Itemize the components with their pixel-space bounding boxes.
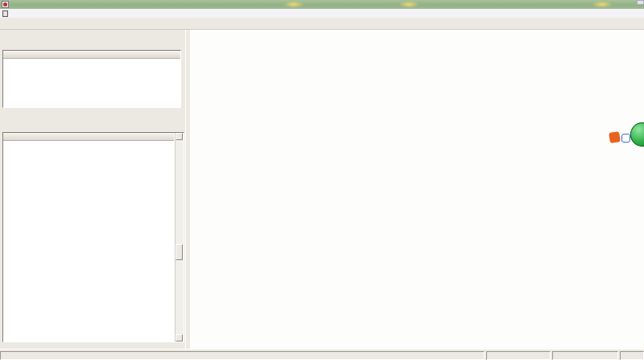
candidate-rows	[3, 141, 174, 341]
application-window	[0, 0, 644, 360]
wallpaper-blob	[592, 1, 613, 8]
graph-panel	[190, 30, 644, 349]
title-bar[interactable]	[0, 0, 644, 9]
xrd-chart[interactable]	[190, 30, 644, 349]
status-bar	[0, 349, 644, 360]
scrollbar-thumb[interactable]	[175, 244, 183, 260]
scroll-down-icon[interactable]	[175, 334, 183, 341]
status-peaks	[552, 351, 618, 360]
status-cards	[620, 351, 644, 360]
matched-list[interactable]	[2, 50, 181, 108]
status-search-match	[486, 351, 551, 360]
status-data-file	[0, 351, 485, 360]
phi-bubble-icon	[621, 134, 630, 143]
candidate-scrollbar[interactable]	[175, 133, 184, 341]
s-sticker-icon	[609, 131, 621, 143]
wallpaper-blob	[283, 1, 304, 8]
app-logo-icon	[2, 1, 9, 8]
window-controls-fragment	[637, 0, 644, 5]
scroll-up-icon[interactable]	[175, 133, 183, 140]
wallpaper-blob	[398, 1, 419, 8]
main-toolbar	[0, 18, 644, 30]
mdi-document-icon[interactable]	[2, 10, 8, 17]
candidate-list[interactable]	[2, 132, 184, 342]
search-match-panel	[0, 30, 185, 349]
